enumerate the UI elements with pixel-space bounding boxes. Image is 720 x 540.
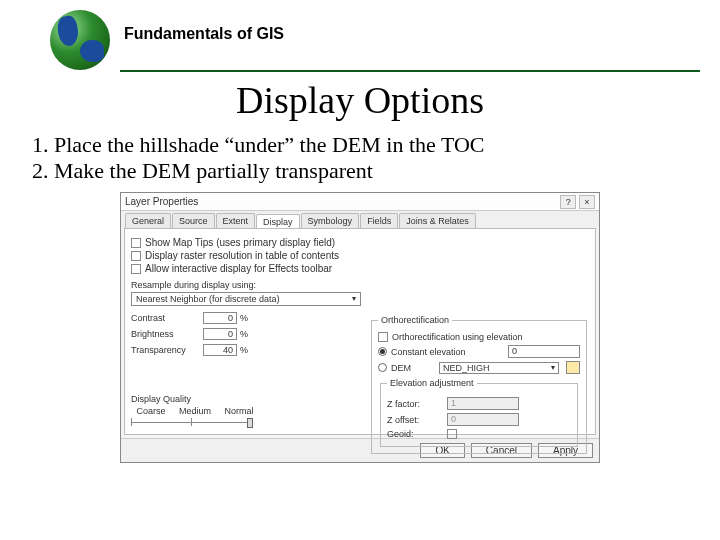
- maptips-label: Show Map Tips (uses primary display fiel…: [145, 237, 335, 248]
- checkbox-ortho-enable[interactable]: [378, 332, 388, 342]
- close-button[interactable]: ×: [579, 195, 595, 209]
- resample-value: Nearest Neighbor (for discrete data): [136, 294, 280, 304]
- elevation-adjustment-group: Elevation adjustment Z factor:1 Z offset…: [380, 378, 578, 447]
- tab-display[interactable]: Display: [256, 214, 300, 229]
- zfactor-label: Z factor:: [387, 399, 447, 409]
- chevron-down-icon: ▾: [352, 294, 356, 304]
- dem-dropdown[interactable]: NED_HIGH ▾: [439, 362, 559, 374]
- checkbox-geoid[interactable]: [447, 429, 457, 439]
- tab-source[interactable]: Source: [172, 213, 215, 228]
- globe-icon: [50, 10, 110, 70]
- radio-dem[interactable]: [378, 363, 387, 372]
- checkbox-effects[interactable]: [131, 264, 141, 274]
- zfactor-input[interactable]: 1: [447, 397, 519, 410]
- checkbox-maptips[interactable]: [131, 238, 141, 248]
- tab-joins[interactable]: Joins & Relates: [399, 213, 476, 228]
- tab-extent[interactable]: Extent: [216, 213, 256, 228]
- contrast-input[interactable]: 0: [203, 312, 237, 324]
- contrast-pct: %: [240, 313, 248, 323]
- dialog-titlebar: Layer Properties ? ×: [121, 193, 599, 211]
- tab-symbology[interactable]: Symbology: [301, 213, 360, 228]
- step-item: Make the DEM partially transparent: [54, 158, 700, 184]
- resample-dropdown[interactable]: Nearest Neighbor (for discrete data) ▾: [131, 292, 361, 306]
- zoffset-input[interactable]: 0: [447, 413, 519, 426]
- chevron-down-icon: ▾: [551, 363, 555, 372]
- ortho-enable-label: Orthorectification using elevation: [392, 332, 523, 342]
- step-item: Place the hillshade “under” the DEM in t…: [54, 132, 700, 158]
- slide-header: Fundamentals of GIS: [20, 10, 700, 70]
- transparency-input[interactable]: 40: [203, 344, 237, 356]
- page-title: Display Options: [20, 78, 700, 122]
- ortho-legend: Orthorectification: [378, 315, 452, 325]
- geoid-label: Geoid:: [387, 429, 447, 439]
- tab-general[interactable]: General: [125, 213, 171, 228]
- help-button[interactable]: ?: [560, 195, 576, 209]
- dem-value: NED_HIGH: [443, 363, 490, 373]
- contrast-label: Contrast: [131, 313, 203, 323]
- constant-label: Constant elevation: [391, 347, 466, 357]
- orthorectification-group: Orthorectification Orthorectification us…: [371, 315, 587, 454]
- dialog-body: Show Map Tips (uses primary display fiel…: [124, 228, 596, 435]
- header-rule: [120, 70, 700, 72]
- transparency-pct: %: [240, 345, 248, 355]
- checkbox-resolution[interactable]: [131, 251, 141, 261]
- pixeladj-legend: Elevation adjustment: [387, 378, 477, 388]
- tab-strip: General Source Extent Display Symbology …: [121, 211, 599, 228]
- resample-label: Resample during display using:: [131, 280, 589, 290]
- layer-properties-dialog: Layer Properties ? × General Source Exte…: [120, 192, 600, 463]
- tab-fields[interactable]: Fields: [360, 213, 398, 228]
- browse-folder-icon[interactable]: [566, 361, 580, 374]
- brightness-input[interactable]: 0: [203, 328, 237, 340]
- course-title: Fundamentals of GIS: [124, 25, 284, 43]
- effects-label: Allow interactive display for Effects to…: [145, 263, 332, 274]
- transparency-label: Transparency: [131, 345, 203, 355]
- zoffset-label: Z offset:: [387, 415, 447, 425]
- dialog-title: Layer Properties: [125, 196, 198, 207]
- quality-medium: Medium: [175, 406, 215, 416]
- dem-label: DEM: [391, 363, 411, 373]
- quality-normal: Normal: [219, 406, 259, 416]
- quality-coarse: Coarse: [131, 406, 171, 416]
- constant-input[interactable]: 0: [508, 345, 580, 358]
- resolution-label: Display raster resolution in table of co…: [145, 250, 339, 261]
- quality-slider[interactable]: [131, 416, 251, 428]
- steps-list: Place the hillshade “under” the DEM in t…: [30, 132, 700, 184]
- brightness-label: Brightness: [131, 329, 203, 339]
- radio-constant[interactable]: [378, 347, 387, 356]
- brightness-pct: %: [240, 329, 248, 339]
